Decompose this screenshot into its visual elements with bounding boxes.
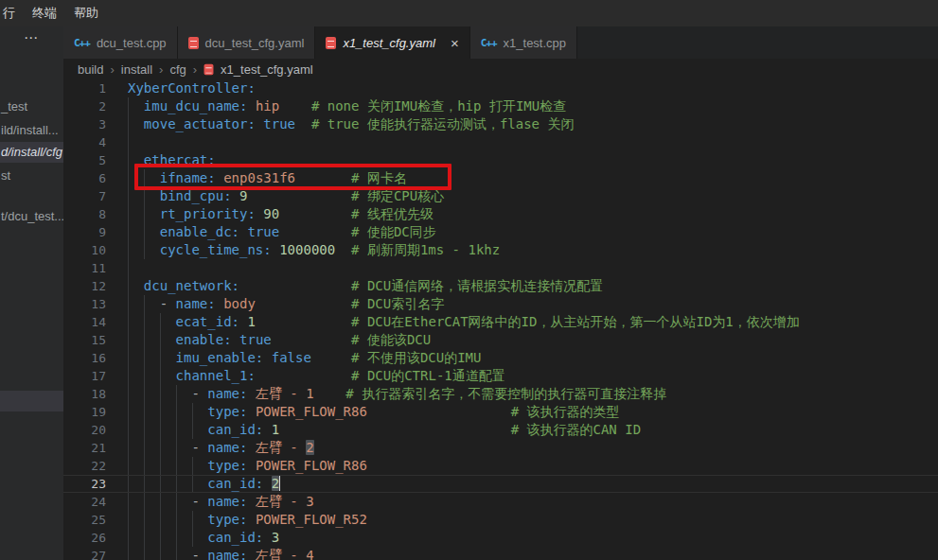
code-token <box>128 458 207 473</box>
breadcrumb-segment[interactable]: cfg <box>169 62 186 77</box>
code-line[interactable]: 20 can_id: 1 # 该执行器的CAN ID <box>63 421 938 439</box>
code-line[interactable]: 7 bind_cpu: 9 # 绑定CPU核心 <box>63 187 938 205</box>
code-token <box>128 494 191 509</box>
code-line[interactable]: 12 dcu_network: # DCU通信网络，请根据实机连接情况配置 <box>63 277 938 295</box>
code-line[interactable]: 1XyberController: <box>63 79 938 97</box>
code-line[interactable]: 5 ethercat: <box>63 151 938 169</box>
code-line[interactable]: 26 can_id: 3 <box>63 529 938 547</box>
yaml-file-icon <box>326 37 336 49</box>
code-text: enable: true # 使能该DCU <box>128 332 431 347</box>
code-token <box>128 206 160 221</box>
code-token: # DCU的CTRL-1通道配置 <box>351 368 505 383</box>
code-line[interactable]: 13 - name: body # DCU索引名字 <box>63 295 938 313</box>
menu-item-终端[interactable]: 终端 <box>24 5 65 22</box>
line-number: 25 <box>63 511 106 529</box>
tab-close-icon[interactable]: × <box>451 36 459 50</box>
code-text: - name: 左臂 - 3 <box>128 494 314 509</box>
code-line[interactable]: 9 enable_dc: true # 使能DC同步 <box>63 223 938 241</box>
code-token <box>128 422 207 437</box>
code-token: rt_priority: <box>160 206 256 221</box>
code-text: ecat_id: 1 # DCU在EtherCAT网络中的ID，从主站开始，第一… <box>128 314 800 329</box>
sidebar-item[interactable]: d/install/cfg <box>0 142 63 163</box>
code-token <box>279 98 311 114</box>
line-number: 13 <box>63 295 106 313</box>
code-token: enp0s31f6 <box>223 170 295 185</box>
code-token: channel_1: <box>176 368 256 383</box>
code-text: imu_enable: false # 不使用该DCU的IMU <box>128 350 481 365</box>
code-line[interactable]: 8 rt_priority: 90 # 线程优先级 <box>63 205 938 223</box>
code-line[interactable]: 2 imu_dcu_name: hip # none 关闭IMU检查，hip 打… <box>63 97 938 115</box>
line-number: 21 <box>63 439 106 457</box>
text-cursor <box>279 476 280 491</box>
code-text: bind_cpu: 9 # 绑定CPU核心 <box>128 188 444 203</box>
code-token: name: <box>207 386 247 401</box>
code-token: # 使能该DCU <box>351 332 431 347</box>
code-token: POWER_FLOW_R86 <box>256 404 367 419</box>
code-line[interactable]: 4 <box>63 133 938 151</box>
breadcrumb-separator-icon: › <box>193 62 197 77</box>
more-actions-button[interactable]: ⋯ <box>24 29 40 46</box>
code-line[interactable]: 11 <box>63 259 938 277</box>
line-number: 24 <box>63 493 106 511</box>
code-line[interactable]: 14 ecat_id: 1 # DCU在EtherCAT网络中的ID，从主站开始… <box>63 313 938 331</box>
code-token: 2 <box>306 440 313 455</box>
code-line[interactable]: 6 ifname: enp0s31f6 # 网卡名 <box>63 169 938 187</box>
editor[interactable]: 1XyberController:2 imu_dcu_name: hip # n… <box>63 79 938 560</box>
code-line[interactable]: 10 cycle_time_ns: 1000000 # 刷新周期1ms - 1k… <box>63 241 938 259</box>
code-token: 1 <box>272 422 279 437</box>
code-text: - name: 左臂 - 4 <box>128 548 314 560</box>
sidebar-item[interactable]: _test <box>0 96 63 117</box>
code-token <box>128 440 191 455</box>
menu-bar: 行终端帮助 <box>0 0 938 26</box>
code-line[interactable]: 25 type: POWER_FLOW_R52 <box>63 511 938 529</box>
sidebar-item[interactable]: t/dcu_test... <box>0 206 63 227</box>
breadcrumb-file[interactable]: x1_test_cfg.yaml <box>221 62 313 77</box>
code-token <box>295 116 311 131</box>
menu-item-行[interactable]: 行 <box>0 5 24 22</box>
code-token <box>128 548 191 560</box>
tab-dcu_test.cpp[interactable]: C++dcu_test.cpp <box>63 26 178 59</box>
code-token <box>247 458 255 473</box>
code-line[interactable]: 21 - name: 左臂 - 2 <box>63 439 938 457</box>
sidebar-item[interactable]: ild/install... <box>0 120 63 141</box>
code-line[interactable]: 27 - name: 左臂 - 4 <box>63 547 938 560</box>
line-number: 14 <box>63 313 106 331</box>
code-token <box>256 296 351 311</box>
code-token <box>279 224 351 239</box>
code-token: 1000000 <box>279 242 335 257</box>
line-number: 23 <box>63 475 106 493</box>
code-token <box>128 116 144 131</box>
line-number: 19 <box>63 403 106 421</box>
breadcrumb-segment[interactable]: install <box>121 62 152 77</box>
code-token: type: <box>207 458 247 473</box>
code-line[interactable]: 22 type: POWER_FLOW_R86 <box>63 457 938 475</box>
code-line[interactable]: 23 can_id: 2 <box>63 475 938 493</box>
code-line[interactable]: 16 imu_enable: false # 不使用该DCU的IMU <box>63 349 938 367</box>
code-token: can_id: <box>207 422 263 437</box>
code-line[interactable]: 15 enable: true # 使能该DCU <box>63 331 938 349</box>
menu-item-帮助[interactable]: 帮助 <box>65 5 107 22</box>
line-number: 5 <box>63 151 106 169</box>
tab-x1_test_cfg.yaml[interactable]: x1_test_cfg.yaml× <box>315 26 469 59</box>
code-token: enable: <box>176 332 232 347</box>
code-token <box>311 350 351 365</box>
breadcrumb-segment[interactable]: build <box>78 62 103 77</box>
code-line[interactable]: 18 - name: 左臂 - 1 # 执行器索引名字，不需要控制的执行器可直接… <box>63 385 938 403</box>
breadcrumb: build›install›cfg›x1_test_cfg.yaml <box>63 59 938 79</box>
code-token: 1 <box>247 314 255 329</box>
code-token: 左臂 - 1 <box>256 386 314 401</box>
tab-dcu_test_cfg.yaml[interactable]: dcu_test_cfg.yaml <box>178 26 316 59</box>
code-token: POWER_FLOW_R86 <box>256 458 367 473</box>
tab-x1_test.cpp[interactable]: C++x1_test.cpp <box>470 26 577 59</box>
code-text: can_id: 2 <box>128 476 280 491</box>
sidebar-item[interactable] <box>0 391 63 411</box>
code-line[interactable]: 17 channel_1: # DCU的CTRL-1通道配置 <box>63 367 938 385</box>
code-token: hip <box>256 98 279 114</box>
code-text: cycle_time_ns: 1000000 # 刷新周期1ms - 1khz <box>128 242 500 257</box>
code-token <box>263 476 271 491</box>
code-line[interactable]: 24 - name: 左臂 - 3 <box>63 493 938 511</box>
code-token <box>367 404 511 419</box>
code-line[interactable]: 19 type: POWER_FLOW_R86 # 该执行器的类型 <box>63 403 938 421</box>
sidebar-item[interactable]: st <box>0 166 63 186</box>
code-line[interactable]: 3 move_actuator: true # true 使能执行器运动测试，f… <box>63 115 938 133</box>
